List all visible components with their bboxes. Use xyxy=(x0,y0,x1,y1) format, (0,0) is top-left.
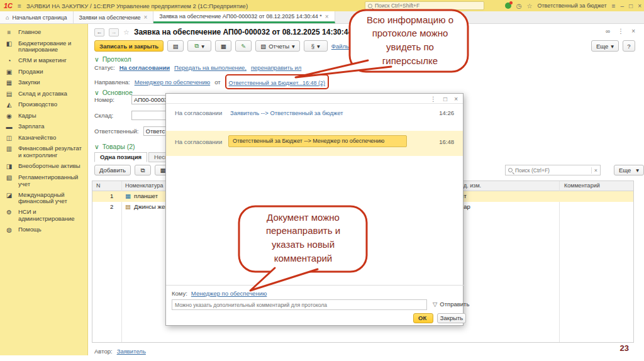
to-label: Кому: xyxy=(172,290,187,297)
sidebar-item-sales[interactable]: ▣Продажи xyxy=(5,69,84,76)
section-goods[interactable]: ∨ Товары (2) xyxy=(94,143,135,150)
sidebar-item-finresult[interactable]: ▥Финансовый результат и контроллинг xyxy=(5,145,84,159)
save-close-button[interactable]: Записать и закрыть xyxy=(94,40,164,52)
sidebar-item-help[interactable]: ◍Помощь xyxy=(5,226,84,234)
send-to-execution-link[interactable]: Передать на выполнение, xyxy=(174,64,247,71)
help-button[interactable]: ? xyxy=(623,40,635,52)
ok-button[interactable]: ОК xyxy=(413,313,433,323)
protocol-entry[interactable]: На согласовании Заявитель --> Ответствен… xyxy=(166,103,463,131)
tab-label: Заявки на обеспечение xyxy=(79,14,141,21)
tab-requests-list[interactable]: Заявки на обеспечение × xyxy=(74,11,154,23)
more-icon[interactable]: ⋮ xyxy=(618,28,624,35)
sidebar-item-hr[interactable]: ◉Кадры xyxy=(5,113,84,120)
close-icon[interactable]: × xyxy=(631,28,635,35)
goods-search[interactable]: × xyxy=(505,165,601,175)
entry-status: На согласовании xyxy=(175,138,222,145)
section-protocol[interactable]: ∨ Протокол xyxy=(94,55,131,63)
sidebar-item-label: Казначейство xyxy=(18,135,56,142)
main-menu-icon[interactable]: ≡ xyxy=(18,3,21,9)
sidebar-item-production[interactable]: ◭Производство xyxy=(5,101,84,109)
section-label: Товары (2) xyxy=(103,143,135,150)
col-n[interactable]: N xyxy=(96,182,101,189)
entry-time: 14:26 xyxy=(439,109,454,116)
more-icon[interactable]: ⋮ xyxy=(430,96,436,103)
sidebar-item-purchases[interactable]: ▦Закупки xyxy=(5,79,84,87)
service-menu-icon[interactable]: ≡ xyxy=(612,3,616,9)
nomenclature-name: Джинсы жен xyxy=(134,203,168,210)
sidebar-item-label: Финансовый результат и контроллинг xyxy=(18,145,84,159)
minimize-icon[interactable]: – xyxy=(621,3,625,9)
comment-input[interactable] xyxy=(172,299,427,310)
close-icon[interactable]: × xyxy=(143,14,147,21)
save-button[interactable]: ▤ xyxy=(167,40,184,52)
sidebar-item-main[interactable]: ≡Главное xyxy=(5,29,84,36)
sidebar-item-payroll[interactable]: ▬Зарплата xyxy=(5,123,84,131)
close-button[interactable]: Закрыть xyxy=(437,313,466,323)
author-link[interactable]: Заявитель xyxy=(117,348,146,355)
maximize-icon[interactable]: □ xyxy=(443,96,447,103)
goods-search-input[interactable] xyxy=(515,167,589,174)
sign-button[interactable]: ✎ xyxy=(235,40,252,52)
tab-label: Начальная страница xyxy=(12,14,67,21)
star-icon[interactable]: ☆ xyxy=(123,28,130,36)
back-icon[interactable]: ← xyxy=(94,28,104,36)
callout-redirect-text: Документ можно перенаправить и указать н… xyxy=(255,213,351,263)
entry-status: На согласовании xyxy=(175,109,222,116)
sidebar-item-label: Регламентированный учет xyxy=(18,174,84,188)
author-row: Автор: Заявитель xyxy=(94,348,146,355)
history-icon[interactable]: ◷ xyxy=(516,3,522,9)
chevron-down-icon: ∨ xyxy=(94,143,99,150)
status-value-link[interactable]: На согласовании xyxy=(119,64,170,71)
save-icon: ▤ xyxy=(173,43,179,50)
home-icon: ⌂ xyxy=(6,14,9,21)
sidebar-item-regulated[interactable]: ▧Регламентированный учет xyxy=(5,174,84,188)
chevron-down-icon: ▾ xyxy=(611,43,614,50)
callout-protocol-text: Всю информацию о протоколе можно увидеть… xyxy=(362,15,458,65)
sidebar-item-ifrs[interactable]: ◪Международный финансовый учет xyxy=(5,192,84,206)
copy-icon: ⧉ xyxy=(194,42,199,50)
col-nomenclature[interactable]: Номенклатура xyxy=(125,182,163,189)
protocol-entry-current[interactable]: На согласовании Ответственный за Бюджет … xyxy=(166,131,463,156)
cart-icon: ▦ xyxy=(5,79,13,87)
tab-single-position[interactable]: Одна позиция xyxy=(94,152,147,162)
structure-button[interactable]: ▦ xyxy=(215,40,231,52)
status-row: Статус: На согласовании Передать на выпо… xyxy=(94,64,301,71)
sidebar-item-label: CRM и маркетинг xyxy=(18,57,67,64)
close-icon[interactable]: × xyxy=(454,96,458,103)
col-comment[interactable]: Комментарий xyxy=(564,182,600,189)
favorites-icon[interactable]: ☆ xyxy=(527,3,533,9)
directed-to-link[interactable]: Менеджер по обеспечению xyxy=(135,79,210,86)
copy-button[interactable]: ⧉▾ xyxy=(187,40,211,52)
sidebar-item-assets[interactable]: ◨Внеоборотные активы xyxy=(5,163,84,170)
clear-search-icon[interactable]: × xyxy=(591,167,597,174)
sidebar-item-label: Кадры xyxy=(18,113,36,119)
maximize-icon[interactable]: □ xyxy=(629,3,633,9)
get-link-icon[interactable]: ∞ xyxy=(606,28,610,35)
sidebar-item-treasury[interactable]: ◫Казначейство xyxy=(5,135,84,142)
send-icon: ▽ xyxy=(433,301,437,308)
entry-route-link[interactable]: Заявитель --> Ответственный за бюджет xyxy=(230,109,343,116)
sidebar-item-label: Главное xyxy=(18,29,41,36)
sidebar-item-warehouse[interactable]: ▤Склад и доставка xyxy=(5,91,84,98)
more-button[interactable]: Еще▾ xyxy=(591,40,619,52)
help-icon: ? xyxy=(627,43,630,50)
tab-home[interactable]: ⌂ Начальная страница xyxy=(0,11,74,23)
copy-row-button[interactable]: ⧉ xyxy=(135,165,151,175)
sidebar-item-budgeting[interactable]: ◧Бюджетирование и планирование xyxy=(5,40,84,54)
sidebar-item-nsi-admin[interactable]: ⚙НСИ и администрирование xyxy=(5,209,84,223)
bank-icon: ◫ xyxy=(5,135,13,142)
add-row-button[interactable]: Добавить xyxy=(94,165,131,175)
entry-route-highlight[interactable]: Ответственный за Бюджет --> Менеджер по … xyxy=(228,135,407,147)
close-icon[interactable]: × xyxy=(638,3,641,9)
current-user[interactable]: Ответственный за бюджет xyxy=(537,3,606,9)
directed-label: Направлена: xyxy=(94,79,130,86)
goods-more-button[interactable]: Еще▾ xyxy=(614,165,644,175)
factory-icon: ◭ xyxy=(5,101,13,109)
slide: 1С ≡ ЗАЯВКИ НА ЗАКУПКУ / 1С:ERP Управлен… xyxy=(0,0,644,361)
notifications-icon[interactable] xyxy=(505,3,511,9)
send-button[interactable]: ▽ Отправить xyxy=(433,301,469,308)
forward-icon[interactable]: → xyxy=(109,28,119,36)
sidebar-item-crm[interactable]: ◔CRM и маркетинг xyxy=(5,57,84,65)
window-title: ЗАЯВКИ НА ЗАКУПКУ / 1С:ERP Управление пр… xyxy=(26,3,248,9)
gear-icon: ⚙ xyxy=(5,209,13,216)
